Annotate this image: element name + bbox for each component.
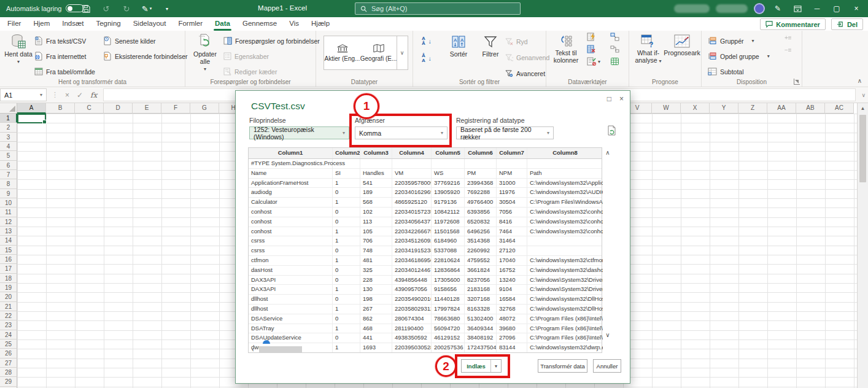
row-header-22[interactable]: 22 — [0, 311, 17, 320]
maximize-button[interactable]: ▢ — [830, 2, 843, 15]
tab-data[interactable]: Data — [209, 17, 236, 31]
column-header-z[interactable]: Z — [738, 103, 767, 114]
row-header-6[interactable]: 6 — [0, 161, 17, 170]
preview-column-header[interactable]: Column1 — [249, 148, 333, 158]
preview-horizontal-scroll-thumb[interactable] — [259, 346, 302, 353]
ribbon-display-options-icon[interactable] — [791, 2, 804, 15]
row-header-11[interactable]: 11 — [0, 208, 17, 217]
select-all-corner[interactable] — [0, 103, 17, 114]
avatar[interactable] — [754, 3, 765, 14]
column-header-f[interactable]: F — [161, 103, 190, 114]
sort-az-button[interactable]: AÅ↓ — [422, 36, 432, 47]
tab-indsæt[interactable]: Indsæt — [56, 17, 90, 31]
row-header-25[interactable]: 25 — [0, 340, 17, 349]
column-header-d[interactable]: D — [104, 103, 133, 114]
sort-button[interactable]: AA Sortér — [443, 34, 475, 58]
row-header-4[interactable]: 4 — [0, 142, 17, 151]
data-type-detection-dropdown[interactable]: Baseret på de første 200 rækker▾ — [456, 126, 554, 139]
row-header-12[interactable]: 12 — [0, 217, 17, 227]
column-header-y[interactable]: Y — [710, 103, 738, 114]
from-text-csv-button[interactable]: Fra tekst/CSV — [34, 33, 95, 49]
preview-vertical-scrollbar[interactable]: ∧ ∨ — [602, 147, 613, 340]
row-header-20[interactable]: 20 — [0, 292, 17, 301]
autosave-control[interactable]: Automatisk lagring — [6, 4, 84, 12]
comments-button[interactable]: Kommentarer — [760, 18, 826, 30]
preview-column-header[interactable]: Column6 — [465, 148, 497, 158]
preview-scroll-down-icon[interactable]: ∨ — [605, 332, 610, 338]
group-button[interactable]: Gruppér▾ — [708, 33, 770, 49]
minimize-button[interactable]: ─ — [810, 2, 824, 15]
column-header-a[interactable]: A — [17, 103, 46, 114]
row-header-3[interactable]: 3 — [0, 133, 17, 142]
cancel-button[interactable]: Annuller — [593, 359, 621, 373]
from-web-button[interactable]: Fra internettet — [34, 49, 95, 64]
cancel-entry-icon[interactable]: × — [65, 91, 69, 99]
stocks-data-type[interactable]: Aktier (Eng... — [324, 36, 360, 69]
dialog-close-icon[interactable]: × — [619, 95, 624, 103]
text-to-columns-button[interactable]: Tekst til kolonner — [549, 34, 583, 64]
insert-function-icon[interactable]: fx — [90, 91, 97, 99]
dialog-maximize-icon[interactable]: □ — [607, 95, 611, 103]
share-button[interactable]: Del — [831, 18, 863, 30]
collapse-ribbon-icon[interactable]: ∧ — [858, 77, 862, 84]
tab-tegning[interactable]: Tegning — [90, 17, 126, 31]
column-header-b[interactable]: B — [46, 103, 75, 114]
row-header-16[interactable]: 16 — [0, 255, 17, 264]
relationships-icon[interactable] — [610, 45, 619, 53]
row-header-9[interactable]: 9 — [0, 189, 17, 198]
what-if-analysis-button[interactable]: ? What if-analyse ▾ — [633, 34, 664, 64]
tab-hjem[interactable]: Hjem — [27, 17, 56, 31]
row-header-24[interactable]: 24 — [0, 330, 17, 340]
row-header-10[interactable]: 10 — [0, 198, 17, 208]
data-validation-icon[interactable] — [587, 57, 596, 66]
row-header-17[interactable]: 17 — [0, 264, 17, 273]
tab-formler[interactable]: Formler — [172, 17, 209, 31]
preview-column-header[interactable]: Column4 — [392, 148, 432, 158]
row-header-7[interactable]: 7 — [0, 170, 17, 179]
tab-gennemse[interactable]: Gennemse — [236, 17, 283, 31]
row-header-23[interactable]: 23 — [0, 320, 17, 330]
refresh-all-button[interactable]: Opdater alle▾ — [190, 33, 220, 72]
row-header-14[interactable]: 14 — [0, 236, 17, 245]
preview-horizontal-scrollbar[interactable]: ‹ › — [248, 345, 602, 354]
save-icon[interactable] — [80, 2, 92, 15]
ink-toolbar-icon[interactable]: ✎ — [771, 2, 785, 15]
row-header-28[interactable]: 28 — [0, 368, 17, 377]
column-header-x[interactable]: X — [681, 103, 710, 114]
row-header-29[interactable]: 29 — [0, 377, 17, 386]
recent-sources-button[interactable]: Seneste kilder — [103, 33, 187, 49]
ungroup-button[interactable]: Opdel gruppe▾ — [708, 49, 770, 64]
data-validation-dropdown[interactable]: ▾ — [598, 59, 600, 64]
row-header-27[interactable]: 27 — [0, 359, 17, 368]
search-input[interactable]: Søg (Alt+Q) — [355, 2, 521, 15]
row-header-5[interactable]: 5 — [0, 151, 17, 160]
subtotal-button[interactable]: Subtotal — [708, 64, 770, 79]
column-header-aa[interactable]: AA — [767, 103, 796, 114]
geography-data-type[interactable]: Geografi (E... — [360, 36, 397, 69]
refresh-preview-icon[interactable] — [607, 125, 616, 136]
preview-column-header[interactable]: Column5 — [432, 148, 465, 158]
filter-button[interactable]: Filtrer — [475, 34, 506, 58]
row-header-15[interactable]: 15 — [0, 246, 17, 255]
consolidate-icon[interactable] — [610, 33, 619, 41]
column-header-e[interactable]: E — [133, 103, 161, 114]
row-header-21[interactable]: 21 — [0, 302, 17, 311]
manage-data-model-icon[interactable] — [610, 57, 619, 66]
tab-hjælp[interactable]: Hjælp — [305, 17, 336, 31]
from-table-range-button[interactable]: Fra tabel/område — [34, 64, 95, 79]
tab-filer[interactable]: Filer — [1, 17, 27, 31]
get-data-button[interactable]: Hent data▾ — [4, 33, 33, 64]
column-header-ac[interactable]: AC — [825, 103, 854, 114]
preview-scroll-up-icon[interactable]: ∧ — [605, 149, 610, 156]
preview-scroll-left-icon[interactable]: ‹ — [248, 346, 258, 353]
preview-column-header[interactable]: Column2 — [333, 148, 360, 158]
name-box-dropdown-icon[interactable]: ▾ — [40, 92, 42, 98]
undo-icon[interactable]: ↺ — [100, 2, 112, 15]
forecast-sheet-button[interactable]: Prognoseark — [665, 34, 699, 56]
existing-connections-button[interactable]: Eksisterende forbindelser — [103, 49, 187, 64]
confirm-entry-icon[interactable]: ✓ — [77, 91, 83, 99]
scroll-up-icon[interactable]: ▲ — [858, 103, 868, 114]
selected-cell-a1[interactable] — [17, 114, 46, 123]
vertical-scroll-thumb[interactable] — [859, 115, 866, 182]
sort-za-button[interactable]: ÅA↓ — [422, 53, 432, 64]
